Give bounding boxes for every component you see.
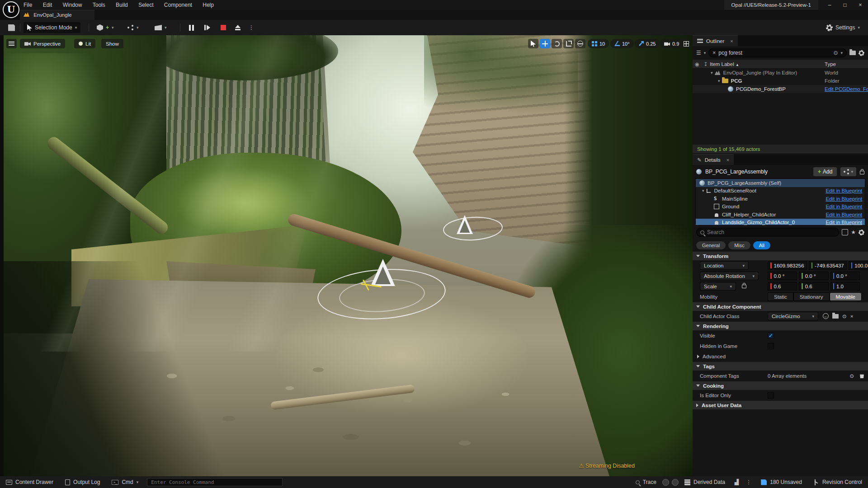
tab-details[interactable]: ✎ Details × (693, 154, 734, 165)
window-close-button[interactable]: × (853, 0, 868, 10)
grid-snap-control[interactable]: 10 (588, 39, 609, 48)
use-selected-icon[interactable]: ← (823, 313, 829, 319)
component-row-spline[interactable]: S MainSpline Edit in Blueprint (696, 195, 865, 203)
chevron-down-icon[interactable]: ▾ (704, 51, 706, 55)
convert-blueprint-dropdown[interactable]: ▾ (840, 167, 856, 176)
component-row-scene-root[interactable]: ▾ DefaultSceneRoot Edit in Blueprint (696, 187, 865, 195)
select-tool-button[interactable] (528, 39, 538, 48)
component-row-self[interactable]: BP_PCG_LargeAssembly (Self) (696, 179, 865, 187)
component-row-cliff-helper[interactable]: Cliff_Helper_ChildActor Edit in Blueprin… (696, 211, 865, 219)
chevron-down-icon[interactable]: ▾ (840, 51, 843, 55)
location-z-field[interactable]: 100.0 (849, 261, 868, 270)
eject-button[interactable] (231, 22, 244, 33)
scale-tool-button[interactable] (563, 39, 574, 48)
menu-edit[interactable]: Edit (38, 0, 57, 10)
console-command-input[interactable]: Enter Console Command (147, 478, 283, 486)
rotation-y-field[interactable]: 0.0 ° (799, 272, 828, 280)
menu-file[interactable]: File (19, 0, 37, 10)
outliner-row-world[interactable]: ▾ EnvOpal_Jungle (Play In Editor) World (693, 69, 868, 77)
trace-button[interactable]: Trace (630, 476, 662, 488)
show-dropdown[interactable]: Show (101, 39, 123, 48)
perspective-dropdown[interactable]: Perspective (20, 39, 65, 48)
outliner-row-folder[interactable]: ▾ PCG Folder (693, 77, 868, 85)
section-child-actor-component[interactable]: Child Actor Component (693, 302, 868, 311)
tab-general[interactable]: General (696, 241, 726, 249)
add-component-button[interactable]: + Add (813, 167, 837, 176)
settings-dropdown[interactable]: Settings ▾ (822, 22, 863, 33)
scale-x-field[interactable]: 0.6 (768, 282, 797, 291)
snapshot-icon[interactable] (672, 479, 679, 486)
content-drawer-button[interactable]: Content Drawer (0, 476, 59, 488)
rotate-tool-button[interactable] (552, 39, 562, 48)
location-x-field[interactable]: 1609.983256 (768, 261, 807, 270)
maximize-viewport-button[interactable] (681, 39, 691, 48)
scale-y-field[interactable]: 0.6 (799, 282, 828, 291)
network-status-icon[interactable]: ▟ (735, 479, 739, 485)
output-log-button[interactable]: Output Log (59, 476, 106, 488)
menu-select[interactable]: Select (134, 0, 158, 10)
column-type[interactable]: Type (825, 61, 868, 67)
menu-help[interactable]: Help (198, 0, 218, 10)
save-button[interactable] (5, 22, 19, 33)
level-viewport[interactable]: Perspective Lit Show 10 10° 0.25 0.9 ⚠ S… (4, 35, 693, 476)
section-cooking[interactable]: Cooking (693, 381, 868, 390)
unreal-logo-icon[interactable]: U (3, 1, 19, 18)
menu-tools[interactable]: Tools (88, 0, 110, 10)
trash-icon[interactable] (859, 373, 864, 378)
viewport-options-button[interactable] (6, 39, 17, 48)
scale-snap-control[interactable]: 0.25 (635, 39, 660, 48)
edit-in-blueprint-link[interactable]: Edit in Blueprint (826, 220, 862, 225)
kebab-icon[interactable]: ⋮ (746, 479, 751, 485)
stop-button[interactable] (217, 22, 230, 33)
menu-component[interactable]: Component (160, 0, 197, 10)
details-search-input[interactable]: Search (696, 228, 839, 237)
blueprints-dropdown[interactable]: ▾ (124, 22, 142, 33)
pin-column-icon[interactable]: ↧ (702, 61, 710, 67)
move-tool-button[interactable] (540, 39, 550, 48)
section-transform[interactable]: Transform (693, 251, 868, 260)
hidden-in-game-checkbox[interactable] (768, 343, 774, 349)
add-actor-dropdown[interactable]: + ▾ (93, 22, 118, 33)
camera-speed-control[interactable]: 0.9 (660, 39, 683, 48)
filter-icon[interactable]: ☰ (696, 50, 701, 56)
clear-icon[interactable]: × (850, 314, 854, 319)
add-element-icon[interactable]: ⊙ (849, 373, 854, 379)
child-actor-class-dropdown[interactable]: CircleGizmo ▾ (768, 312, 818, 320)
edit-in-blueprint-link[interactable]: Edit in Blueprint (826, 188, 862, 193)
tab-all[interactable]: All (753, 241, 770, 249)
scale-dropdown[interactable]: Scale▾ (700, 282, 736, 291)
expand-icon[interactable]: ▾ (711, 70, 713, 75)
column-item-label[interactable]: Item Label ▲ (710, 61, 825, 67)
edit-in-blueprint-link[interactable]: Edit in Blueprint (826, 204, 862, 209)
tab-level-envopal-jungle[interactable]: EnvOpal_Jungle (20, 10, 94, 20)
pick-actor-icon[interactable]: ⊙ (842, 313, 847, 319)
browse-icon[interactable] (832, 314, 839, 319)
section-rendering[interactable]: Rendering (693, 321, 868, 330)
rotation-x-field[interactable]: 0.0 ° (768, 272, 797, 280)
revision-control-button[interactable]: Revision Control (808, 476, 868, 488)
close-icon[interactable]: × (730, 38, 733, 44)
outliner-settings-gear-icon[interactable] (859, 50, 864, 56)
view-mode-dropdown[interactable]: Lit (74, 39, 95, 48)
scale-z-field[interactable]: 1.0 (830, 282, 860, 291)
tab-misc[interactable]: Misc (728, 241, 750, 249)
expand-icon[interactable]: ▾ (718, 79, 720, 83)
location-y-field[interactable]: -749.635437 (809, 261, 847, 270)
frame-skip-button[interactable] (201, 22, 214, 33)
visible-checkbox[interactable]: ✓ (768, 333, 774, 339)
edit-in-blueprint-link[interactable]: Edit in Blueprint (826, 212, 862, 217)
scale-lock-icon[interactable] (742, 285, 746, 288)
section-tags[interactable]: Tags (693, 361, 868, 371)
target-icon[interactable]: ⊙ (833, 50, 838, 56)
location-dropdown[interactable]: Location▾ (700, 261, 749, 270)
insights-icon[interactable] (662, 479, 669, 486)
edit-blueprint-link[interactable]: Edit PCGDemo_Forest (825, 86, 868, 92)
menu-window[interactable]: Window (58, 0, 87, 10)
unsaved-button[interactable]: 180 Unsaved (755, 476, 808, 488)
details-settings-gear-icon[interactable] (859, 230, 864, 235)
row-advanced[interactable]: Advanced (693, 351, 868, 361)
mobility-static-button[interactable]: Static (768, 292, 793, 301)
rotation-snap-control[interactable]: 10° (610, 39, 634, 48)
lock-icon[interactable] (860, 171, 864, 174)
is-editor-only-checkbox[interactable] (768, 392, 774, 399)
